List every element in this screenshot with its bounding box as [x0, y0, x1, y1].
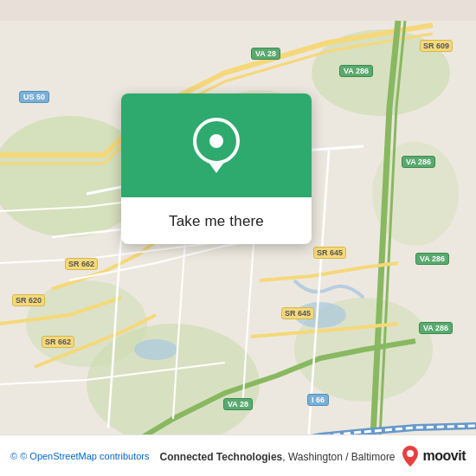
- badge-sr645-1: SR 645: [313, 247, 346, 259]
- brand-section: Connected Technologies, Washington / Bal…: [159, 445, 466, 467]
- svg-point-9: [134, 339, 177, 360]
- attribution-copyright: ©: [10, 451, 17, 461]
- moovit-pin-icon: [401, 445, 420, 467]
- badge-va286-4: VA 286: [419, 322, 453, 334]
- svg-point-10: [407, 450, 414, 457]
- badge-va28-2: VA 28: [223, 398, 253, 410]
- take-me-there-button[interactable]: Take me there: [135, 209, 298, 232]
- map-container: US 50 SR 662 SR 662 SR 620 SR 645 SR 645…: [0, 0, 476, 476]
- badge-i66: I 66: [307, 394, 329, 406]
- badge-va286-1: VA 286: [339, 65, 373, 77]
- attribution: © © OpenStreetMap contributors: [10, 451, 150, 461]
- company-region-text: Connected Technologies, Washington / Bal…: [159, 448, 395, 464]
- popup-header: [121, 93, 312, 197]
- pin-pointer: [208, 161, 225, 173]
- attribution-text: © OpenStreetMap contributors: [20, 451, 149, 461]
- badge-va28-1: VA 28: [251, 48, 280, 60]
- region-name: Washington / Baltimore: [288, 451, 396, 463]
- moovit-brand-text: moovit: [423, 448, 466, 464]
- bottom-bar: © © OpenStreetMap contributors Connected…: [0, 434, 476, 476]
- badge-sr645-2: SR 645: [281, 307, 314, 319]
- popup-text-area: Take me there: [121, 197, 312, 244]
- badge-sr620: SR 620: [12, 294, 45, 306]
- badge-sr662-2: SR 662: [42, 336, 74, 348]
- location-pin-circle: [193, 118, 240, 164]
- company-name: Connected Technologies: [159, 451, 282, 463]
- badge-us50: US 50: [19, 91, 49, 103]
- badge-sr609: SR 609: [420, 40, 453, 52]
- badge-va286-3: VA 286: [415, 253, 449, 265]
- pin-dot: [209, 134, 223, 148]
- popup-card: Take me there: [121, 93, 312, 244]
- separator: ,: [282, 451, 288, 463]
- badge-va286-2: VA 286: [402, 156, 435, 168]
- badge-sr662-1: SR 662: [65, 258, 98, 270]
- svg-point-7: [26, 280, 147, 367]
- moovit-logo: moovit: [401, 445, 466, 467]
